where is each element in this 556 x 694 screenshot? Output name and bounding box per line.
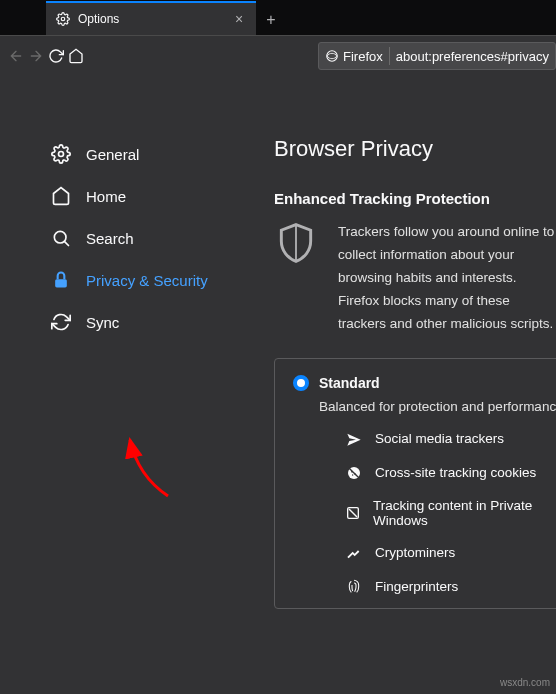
sidebar-item-sync[interactable]: Sync (44, 304, 254, 340)
fingerprint-icon (345, 578, 363, 596)
tab-label: Options (78, 12, 224, 26)
sidebar-item-label: Privacy & Security (86, 272, 208, 289)
gear-icon (50, 143, 72, 165)
tracker-label: Fingerprinters (375, 579, 458, 594)
main-panel: Browser Privacy Enhanced Tracking Protec… (254, 136, 556, 694)
tracker-label: Social media trackers (375, 431, 504, 446)
sidebar-item-search[interactable]: Search (44, 220, 254, 256)
sidebar-item-label: General (86, 146, 139, 163)
option-name: Standard (319, 375, 380, 391)
new-tab-button[interactable]: + (256, 5, 286, 35)
watermark: wsxdn.com (500, 677, 550, 688)
tracker-item: Social media trackers (345, 430, 541, 448)
tracker-label: Tracking content in Private Windows (373, 498, 541, 528)
tracker-label: Cryptominers (375, 545, 455, 560)
svg-point-8 (352, 474, 353, 475)
toolbar: Firefox about:preferences#privacy (0, 36, 556, 76)
sidebar: General Home Search Privacy & Security (0, 136, 254, 694)
svg-rect-4 (55, 279, 67, 287)
close-icon[interactable]: × (232, 12, 246, 26)
sidebar-item-general[interactable]: General (44, 136, 254, 172)
standard-option-card[interactable]: Standard Balanced for protection and per… (274, 358, 556, 609)
sidebar-item-label: Home (86, 188, 126, 205)
tab-strip: Options × + (0, 0, 556, 36)
shield-icon (274, 221, 318, 336)
page-title: Browser Privacy (274, 136, 556, 162)
tracker-item: Tracking content in Private Windows (345, 498, 541, 528)
option-desc: Balanced for protection and performance. (319, 399, 541, 414)
lock-icon (50, 269, 72, 291)
svg-point-1 (327, 51, 338, 62)
tracker-item: Cryptominers (345, 544, 541, 562)
radio-selected[interactable] (293, 375, 309, 391)
back-button[interactable] (8, 41, 24, 71)
section-heading: Enhanced Tracking Protection (274, 190, 556, 207)
firefox-identity: Firefox (325, 49, 383, 64)
forward-button[interactable] (28, 41, 44, 71)
etp-description: Trackers follow you around online to col… (338, 221, 556, 336)
cookie-icon (345, 464, 363, 482)
separator (389, 47, 390, 65)
tracker-label: Cross-site tracking cookies (375, 465, 536, 480)
home-icon (50, 185, 72, 207)
home-button[interactable] (68, 41, 84, 71)
svg-point-0 (61, 17, 65, 21)
social-icon (345, 430, 363, 448)
reload-button[interactable] (48, 41, 64, 71)
sidebar-item-privacy[interactable]: Privacy & Security (44, 262, 254, 298)
content-blocked-icon (345, 504, 361, 522)
sync-icon (50, 311, 72, 333)
svg-point-2 (59, 152, 64, 157)
sidebar-item-label: Search (86, 230, 134, 247)
url-text: about:preferences#privacy (396, 49, 549, 64)
search-icon (50, 227, 72, 249)
sidebar-item-label: Sync (86, 314, 119, 331)
url-bar[interactable]: Firefox about:preferences#privacy (318, 42, 556, 70)
tab-options[interactable]: Options × (46, 1, 256, 35)
cryptominer-icon (345, 544, 363, 562)
tracker-item: Fingerprinters (345, 578, 541, 596)
brand-label: Firefox (343, 49, 383, 64)
tracker-item: Cross-site tracking cookies (345, 464, 541, 482)
sidebar-item-home[interactable]: Home (44, 178, 254, 214)
gear-icon (56, 12, 70, 26)
